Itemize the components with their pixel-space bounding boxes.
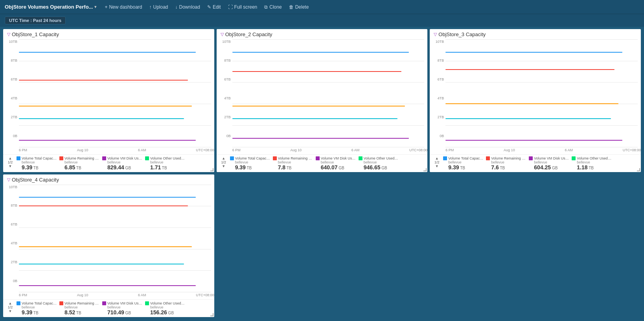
- legend-unit: GB: [124, 166, 131, 170]
- legend-metric-name: Volume Remaining Cap...: [64, 156, 100, 160]
- chart-line-1: [232, 71, 401, 72]
- nav-up-icon[interactable]: ▲: [9, 156, 12, 160]
- y-axis: 0B2TB4TB6TB8TB10TB: [3, 40, 19, 138]
- delete-button[interactable]: 🗑 Delete: [286, 3, 312, 11]
- legend-nav[interactable]: ▲ 1/2 ▼: [6, 156, 14, 168]
- download-button[interactable]: ↓ Download: [172, 3, 203, 11]
- legend-color: [17, 156, 20, 160]
- legend-item-0: Volume Total Capacit... bellevue 9.39 TB: [443, 156, 484, 171]
- legend-source: bellevue: [102, 160, 143, 164]
- y-label: 0B: [431, 134, 444, 138]
- grid-line: [232, 104, 425, 104]
- legend-color: [145, 301, 149, 305]
- filter-icon: ▽: [7, 177, 10, 182]
- legend-unit: TB: [75, 166, 81, 170]
- chart-inner: [19, 185, 211, 293]
- nav-up-icon[interactable]: ▲: [222, 156, 225, 160]
- new-dashboard-button[interactable]: + New dashboard: [101, 3, 145, 11]
- legend-value: 7.6 TB: [486, 164, 526, 171]
- chart-area: 0B2TB4TB6TB8TB10TB: [3, 183, 214, 293]
- x-label: UTC+08:00: [196, 148, 214, 154]
- legend-source: bellevue: [529, 160, 569, 164]
- nav-down-icon[interactable]: ▼: [222, 164, 225, 168]
- legend-value: 946.65 GB: [359, 164, 399, 171]
- legend-source: bellevue: [316, 160, 356, 164]
- legend-value: 1.18 TB: [572, 164, 612, 171]
- y-label: 2TB: [5, 115, 17, 119]
- nav-down-icon[interactable]: ▼: [435, 164, 439, 168]
- panel-header: ▽ ObjStore_4 Capacity: [3, 174, 214, 183]
- panel-resize-handle[interactable]: [210, 313, 214, 317]
- chart-line-4: [232, 138, 409, 139]
- legend-metric-name: Volume Remaining Cap...: [491, 156, 526, 160]
- panel-resize-handle[interactable]: [210, 168, 214, 172]
- nav-page: 1/2: [8, 160, 13, 164]
- legend-source: bellevue: [17, 305, 57, 309]
- panel-1: ▽ ObjStore_1 Capacity 0B2TB4TB6TB8TB10TB…: [3, 29, 214, 172]
- grid-line: [232, 125, 425, 126]
- y-label: 8TB: [5, 59, 17, 62]
- legend-source: bellevue: [102, 305, 143, 309]
- chart-line-2: [445, 103, 618, 104]
- legend-metric-name: Volume VM Disk Used ...: [107, 301, 143, 305]
- legend-label-row: Volume VM Disk Used ...: [102, 301, 143, 305]
- legend-label-row: Volume Other Used Ca...: [145, 301, 186, 305]
- nav-up-icon[interactable]: ▲: [9, 301, 12, 305]
- x-label: 6 AM: [565, 148, 573, 154]
- x-label: UTC+08:00: [409, 148, 427, 154]
- legend-source: bellevue: [59, 305, 100, 309]
- panel-resize-handle[interactable]: [637, 168, 641, 172]
- chart-area: 0B2TB4TB6TB8TB10TB: [217, 38, 428, 147]
- grid-line: [445, 39, 638, 40]
- chart-line-0: [445, 52, 622, 53]
- top-bar: ObjStore Volumes Operation Perfo... ▾ + …: [0, 0, 644, 14]
- legend-metric-name: Volume Total Capacit...: [22, 301, 57, 305]
- legend-source: bellevue: [572, 160, 612, 164]
- chart-line-2: [19, 106, 192, 106]
- panel-title: ObjStore_1 Capacity: [12, 31, 59, 37]
- y-label: 0B: [5, 279, 17, 283]
- fullscreen-button[interactable]: ⛶ Full screen: [225, 3, 261, 11]
- time-filter-badge[interactable]: UTC Time : Past 24 hours: [5, 17, 66, 24]
- legend-nav[interactable]: ▲ 1/2 ▼: [220, 156, 228, 168]
- panel-resize-handle[interactable]: [423, 168, 427, 172]
- legend-item-1: Volume Remaining Cap... bellevue 6.85 TB: [59, 156, 100, 171]
- nav-down-icon[interactable]: ▼: [9, 164, 12, 168]
- panel-4: ▽ ObjStore_4 Capacity 0B2TB4TB6TB8TB10TB…: [3, 174, 214, 317]
- edit-button[interactable]: ✎ Edit: [204, 3, 224, 11]
- panel-title: ObjStore_4 Capacity: [12, 177, 59, 183]
- chart-inner: [445, 40, 638, 147]
- upload-button[interactable]: ↑ Upload: [146, 3, 171, 11]
- legend-unit: GB: [380, 166, 387, 170]
- chart-line-0: [232, 52, 409, 53]
- legend-value: 9.39 TB: [17, 164, 57, 171]
- legend-value: 8.52 TB: [59, 309, 100, 315]
- legend-nav[interactable]: ▲ 1/2 ▼: [6, 301, 14, 313]
- legend-unit: GB: [551, 166, 558, 170]
- nav-up-icon[interactable]: ▲: [435, 156, 439, 160]
- legend-label-row: Volume VM Disk Used ...: [102, 156, 143, 160]
- x-label: UTC+08:00: [623, 148, 641, 154]
- delete-icon: 🗑: [289, 4, 294, 10]
- legend-label-row: Volume Total Capacit...: [443, 156, 484, 160]
- y-label: 6TB: [431, 77, 444, 81]
- legend-item-3: Volume Other Used Ca... bellevue 946.65 …: [359, 156, 399, 171]
- legend-nav[interactable]: ▲ 1/2 ▼: [433, 156, 441, 168]
- clone-button[interactable]: ⧉ Clone: [261, 3, 285, 11]
- chart-line-4: [445, 140, 622, 141]
- legend-color: [529, 156, 533, 160]
- x-label: Aug 10: [504, 148, 515, 154]
- legend-label-row: Volume Remaining Cap...: [486, 156, 526, 160]
- nav-page: 1/2: [8, 305, 13, 309]
- title-chevron-icon[interactable]: ▾: [94, 4, 97, 9]
- legend-unit: TB: [246, 166, 252, 170]
- y-label: 8TB: [218, 59, 231, 62]
- download-icon: ↓: [175, 4, 178, 10]
- grid-line: [19, 125, 211, 126]
- legend-label-row: Volume Other Used Ca...: [145, 156, 186, 160]
- nav-down-icon[interactable]: ▼: [9, 309, 12, 313]
- legend-item-0: Volume Total Capacit... bellevue 9.39 TB: [17, 301, 57, 315]
- legend-label-row: Volume Remaining Cap...: [59, 301, 100, 305]
- grid-line: [19, 292, 211, 292]
- legend-source: bellevue: [145, 160, 186, 164]
